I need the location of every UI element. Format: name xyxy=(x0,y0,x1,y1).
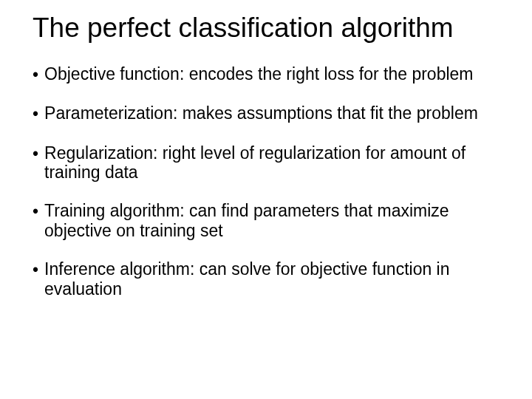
bullet-icon: • xyxy=(33,144,38,163)
bullet-icon: • xyxy=(33,104,38,123)
bullet-icon: • xyxy=(33,65,38,84)
bullet-text: Training algorithm: can find parameters … xyxy=(44,201,502,240)
bullet-icon: • xyxy=(33,260,38,279)
list-item: • Parameterization: makes assumptions th… xyxy=(33,103,502,123)
bullet-icon: • xyxy=(33,202,38,221)
bullet-text: Objective function: encodes the right lo… xyxy=(44,64,502,83)
slide: The perfect classification algorithm • O… xyxy=(0,0,532,399)
slide-title: The perfect classification algorithm xyxy=(33,13,502,44)
bullet-text: Inference algorithm: can solve for objec… xyxy=(44,259,502,299)
list-item: • Objective function: encodes the right … xyxy=(33,64,502,84)
list-item: • Inference algorithm: can solve for obj… xyxy=(33,259,502,299)
list-item: • Training algorithm: can find parameter… xyxy=(33,201,502,240)
list-item: • Regularization: right level of regular… xyxy=(33,143,502,183)
bullet-text: Regularization: right level of regulariz… xyxy=(44,143,502,183)
slide-body: • Objective function: encodes the right … xyxy=(33,64,502,299)
bullet-text: Parameterization: makes assumptions that… xyxy=(44,103,502,123)
